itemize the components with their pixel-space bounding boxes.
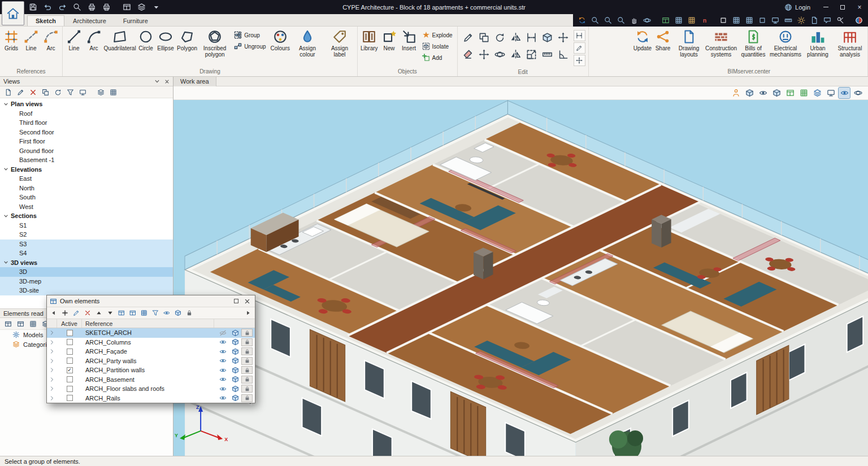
- layer-visibility-button[interactable]: [811, 88, 823, 98]
- bimserver-center-bills-of-quantities-button[interactable]: Bills of quantities: [737, 28, 769, 68]
- visibility-toggle[interactable]: [216, 376, 229, 383]
- edit-sketch-button[interactable]: [461, 29, 476, 46]
- quick-move-button[interactable]: [574, 55, 585, 66]
- dialog-maximize-button[interactable]: [234, 299, 238, 303]
- furniture-visibility-button[interactable]: [784, 88, 796, 98]
- visibility-toggle[interactable]: [216, 367, 229, 374]
- minimize-button[interactable]: [817, 0, 834, 14]
- tree-item-south[interactable]: South: [0, 193, 173, 202]
- tree-item-s4[interactable]: S4: [0, 249, 173, 258]
- move-down-button[interactable]: [105, 308, 115, 318]
- references-grids-button[interactable]: Grids: [2, 28, 21, 68]
- tree-item-3d-site[interactable]: 3D-site: [0, 286, 173, 295]
- element-row-arch-basement[interactable]: ARCH_Basement: [47, 375, 255, 385]
- plot-button[interactable]: [101, 2, 112, 12]
- undo-button[interactable]: [42, 2, 53, 12]
- pan-button[interactable]: [628, 15, 640, 26]
- work-plane-button[interactable]: [783, 15, 794, 26]
- grid-visibility-button[interactable]: [798, 88, 809, 98]
- chevron-right-icon[interactable]: [49, 349, 55, 354]
- maximize-button[interactable]: [834, 0, 851, 14]
- snap-points-button[interactable]: [744, 15, 755, 26]
- lock-toggle[interactable]: [241, 357, 253, 365]
- read-grid-button[interactable]: [28, 319, 38, 329]
- tab-sketch[interactable]: Sketch: [27, 15, 64, 26]
- objects-insert-button[interactable]: Insert: [400, 28, 419, 68]
- app-logo[interactable]: [2, 1, 24, 25]
- fit-columns-button[interactable]: [139, 308, 149, 318]
- scroll-left-button[interactable]: [49, 308, 59, 318]
- tree-item-third-floor[interactable]: Third floor: [0, 118, 173, 128]
- print-button[interactable]: [86, 2, 97, 12]
- lock-toggle[interactable]: [241, 385, 253, 393]
- bimserver-center-update-button[interactable]: Update: [632, 28, 653, 68]
- drawing-ungroup-button[interactable]: Ungroup: [232, 42, 267, 51]
- objects-isolate-button[interactable]: Isolate: [420, 42, 454, 51]
- rotate-button[interactable]: [492, 29, 507, 46]
- model-3d-toggle[interactable]: [229, 348, 241, 355]
- add-element-button[interactable]: [60, 308, 70, 318]
- element-row-arch-party-walls[interactable]: ARCH_Party walls: [47, 356, 255, 366]
- dialog-close-button[interactable]: [244, 298, 250, 304]
- zoom-extents-button[interactable]: [602, 15, 614, 26]
- zoom-previous-button[interactable]: [615, 15, 627, 26]
- lock-toggle[interactable]: [241, 338, 253, 346]
- orbit-view-button[interactable]: [852, 88, 863, 98]
- tree-group-elevations[interactable]: Elevations: [0, 165, 173, 175]
- visibility-options-button[interactable]: [839, 88, 850, 98]
- bimserver-center-urban-planning-button[interactable]: Urban planning: [802, 28, 834, 68]
- quick-edit-button[interactable]: [574, 42, 585, 54]
- chevron-right-icon[interactable]: [49, 339, 55, 345]
- bim-nexus-button[interactable]: n: [699, 15, 710, 26]
- active-checkbox[interactable]: [67, 358, 73, 364]
- tree-item-ground-floor[interactable]: Ground floor: [0, 146, 173, 156]
- objects-add-button[interactable]: Add: [420, 53, 454, 62]
- active-checkbox[interactable]: [67, 339, 73, 345]
- drawing-line-button[interactable]: Line: [64, 28, 84, 68]
- login-button[interactable]: Login: [778, 3, 817, 11]
- drawing-ellipse-button[interactable]: Ellipse: [156, 28, 175, 68]
- lock-all-button[interactable]: [184, 308, 194, 318]
- dimension-button[interactable]: [524, 29, 539, 46]
- angle-button[interactable]: [555, 46, 571, 63]
- filter-button[interactable]: [150, 308, 160, 318]
- move-button[interactable]: [476, 46, 492, 63]
- comments-button[interactable]: [822, 15, 833, 26]
- capture-view-button[interactable]: [77, 88, 88, 97]
- lock-toggle[interactable]: [241, 366, 253, 374]
- model-3d-toggle[interactable]: [229, 338, 241, 346]
- read-table-button[interactable]: [15, 319, 25, 329]
- column-reference[interactable]: Reference: [82, 319, 214, 328]
- model-3d-toggle[interactable]: [229, 385, 241, 393]
- 3d-scene[interactable]: Z X Y: [173, 100, 868, 456]
- visibility-toggle[interactable]: [216, 338, 229, 346]
- visibility-all-button[interactable]: [162, 308, 172, 318]
- tree-item-s1[interactable]: S1: [0, 221, 173, 230]
- chevron-right-icon[interactable]: [49, 377, 55, 382]
- tree-item-north[interactable]: North: [0, 184, 173, 193]
- move-up-button[interactable]: [94, 308, 104, 318]
- bimserver-center-construction-systems-button[interactable]: Construction systems: [705, 28, 737, 68]
- references-line-button[interactable]: Line: [21, 28, 41, 68]
- background-colour-button[interactable]: [718, 15, 729, 26]
- scroll-right-button[interactable]: [243, 308, 253, 318]
- visibility-toggle[interactable]: [216, 357, 229, 364]
- lock-toggle[interactable]: [241, 329, 253, 337]
- lock-toggle[interactable]: [241, 376, 253, 384]
- element-row-arch-columns[interactable]: ARCH_Columns: [47, 338, 255, 347]
- chevron-right-icon[interactable]: [49, 358, 55, 364]
- delete-view-button[interactable]: [28, 88, 38, 97]
- lock-toggle[interactable]: [241, 394, 253, 402]
- export-view-button[interactable]: [660, 15, 671, 26]
- symmetry-button[interactable]: [508, 29, 523, 46]
- own-elements-titlebar[interactable]: Own elements: [47, 295, 255, 307]
- orbit-edit-button[interactable]: [492, 46, 507, 63]
- duplicate-view-button[interactable]: [40, 88, 50, 97]
- bimserver-center-share-button[interactable]: Share: [653, 28, 672, 68]
- layer-manager-button[interactable]: [136, 2, 147, 12]
- objects-explode-button[interactable]: Explode: [420, 31, 454, 40]
- element-row-arch-floor-slabs-and-roofs[interactable]: ARCH_Floor slabs and roofs: [47, 384, 255, 394]
- configuration-button[interactable]: [835, 15, 846, 26]
- collapse-views-button[interactable]: [108, 88, 118, 97]
- mirror-copy-button[interactable]: [508, 46, 523, 63]
